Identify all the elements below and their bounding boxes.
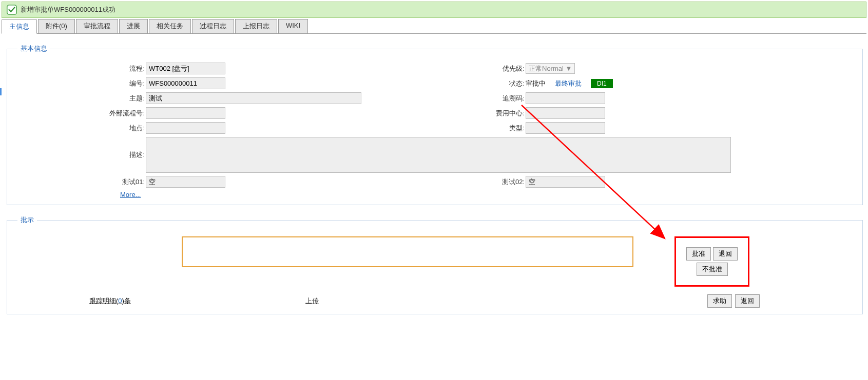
track-detail-suffix: )条 xyxy=(122,297,131,305)
tab-main-info[interactable]: 主信息 xyxy=(2,19,37,34)
upload-link[interactable]: 上传 xyxy=(305,296,319,306)
tab-process-log[interactable]: 过程日志 xyxy=(192,19,234,33)
basic-info-section: 基本信息 流程: 优先级: 正常Normal ▼ 编号: 状态: 审批中 最终审… xyxy=(7,44,863,205)
test02-label: 测试02: xyxy=(361,177,526,187)
track-detail-count: 0 xyxy=(118,297,122,305)
test02-field xyxy=(526,176,605,188)
ext-process-field xyxy=(146,107,225,119)
tab-approval-flow[interactable]: 审批流程 xyxy=(76,19,118,33)
tab-related-tasks[interactable]: 相关任务 xyxy=(149,19,191,33)
process-field xyxy=(146,63,225,74)
subject-field xyxy=(146,92,361,104)
number-field xyxy=(146,77,225,89)
approval-legend: 批示 xyxy=(17,215,37,225)
return-button[interactable]: 退回 xyxy=(713,247,738,261)
tab-report-log[interactable]: 上报日志 xyxy=(235,19,277,33)
success-notification: 新增审批单WFS000000011成功 xyxy=(2,2,866,18)
trace-label: 追溯码: xyxy=(361,94,526,103)
action-buttons-highlighted-box: 批准 退回 不批准 xyxy=(674,236,749,287)
cost-center-field xyxy=(526,107,605,119)
type-field xyxy=(526,122,605,134)
priority-select[interactable]: 正常Normal ▼ xyxy=(526,63,575,74)
test01-field xyxy=(146,176,225,188)
track-detail-prefix: 跟踪明细( xyxy=(89,297,118,305)
priority-label: 优先级: xyxy=(361,64,526,73)
test01-label: 测试01: xyxy=(12,177,146,187)
back-button[interactable]: 返回 xyxy=(735,294,760,308)
trace-field xyxy=(526,92,605,104)
description-field xyxy=(146,137,731,173)
status-value: 审批中 xyxy=(526,79,546,88)
subject-label: 主题: xyxy=(12,94,146,103)
process-label: 流程: xyxy=(12,64,146,73)
basic-info-legend: 基本信息 xyxy=(17,44,50,53)
description-label: 描述: xyxy=(12,150,146,159)
location-label: 地点: xyxy=(12,124,146,133)
reject-button[interactable]: 不批准 xyxy=(697,263,728,276)
notification-text: 新增审批单WFS000000011成功 xyxy=(21,5,115,14)
tab-bar: 主信息 附件(0) 审批流程 进展 相关任务 过程日志 上报日志 WIKI xyxy=(2,19,866,34)
check-icon xyxy=(6,4,17,15)
approval-comment-input[interactable] xyxy=(182,236,633,267)
approve-button[interactable]: 批准 xyxy=(686,247,711,261)
tab-attachments[interactable]: 附件(0) xyxy=(38,19,75,33)
number-label: 编号: xyxy=(12,79,146,88)
type-label: 类型: xyxy=(361,124,526,133)
tab-wiki[interactable]: WIKI xyxy=(278,19,308,33)
tab-progress[interactable]: 进展 xyxy=(119,19,148,33)
location-field xyxy=(146,122,225,134)
status-badge: DI1 xyxy=(591,79,613,88)
more-link[interactable]: More... xyxy=(120,191,141,198)
approval-section: 批示 批准 退回 不批准 跟踪明细(0)条 上传 求助 返回 xyxy=(7,215,863,314)
help-button[interactable]: 求助 xyxy=(707,294,732,308)
status-label: 状态: xyxy=(361,79,526,88)
cost-center-label: 费用中心: xyxy=(361,109,526,118)
track-detail-link[interactable]: 跟踪明细(0)条 xyxy=(89,296,131,306)
final-approval-link[interactable]: 最终审批 xyxy=(555,79,582,88)
left-accent-bar xyxy=(0,88,2,95)
ext-process-label: 外部流程号: xyxy=(12,109,146,118)
